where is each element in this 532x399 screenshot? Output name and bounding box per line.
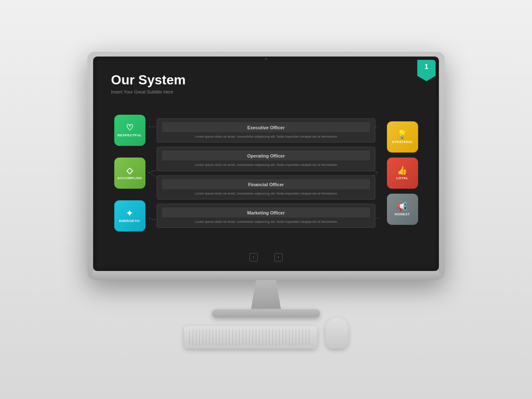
value-box-energetic: ✦ ENERGETIC — [114, 200, 145, 232]
slide: 1 Our System Insert Your Great Subtitle … — [96, 60, 436, 268]
value-box-honest: 📢 HONEST — [387, 194, 418, 225]
value-box-respectful: ♡ RESPECTFUL — [114, 115, 145, 146]
value-box-accomplish: ◇ ACCOMPLISH — [114, 158, 145, 189]
value-box-strategic: 💡 STRATEGIC — [387, 121, 418, 153]
screen: 1 Our System Insert Your Great Subtitle … — [96, 60, 436, 268]
executive-officer-card: Executive Officer Lorem ipsum dolor sit … — [157, 118, 375, 143]
right-column: 💡 STRATEGIC 👍 LOYAL 📢 HONEST — [384, 121, 421, 225]
operating-title-bar: Operating Officer — [162, 150, 370, 160]
marketing-officer-card: Marketing Officer Lorem ipsum dolor sit … — [157, 204, 375, 228]
bulb-icon: 💡 — [397, 130, 408, 138]
center-column: Executive Officer Lorem ipsum dolor sit … — [148, 118, 384, 228]
left-column: ♡ RESPECTFUL ◇ ACCOMPLISH ✦ ENERGETIC — [111, 115, 148, 232]
peripherals — [184, 318, 348, 349]
financial-officer-card: Financial Officer Lorem ipsum dolor sit … — [157, 175, 375, 200]
nav-next-button[interactable]: › — [274, 253, 283, 261]
diamond-icon: ◇ — [126, 166, 133, 175]
diagram: ♡ RESPECTFUL ◇ ACCOMPLISH ✦ ENERGETIC — [111, 103, 421, 244]
keyboard — [184, 326, 317, 349]
marketing-title-bar: Marketing Officer — [162, 207, 370, 217]
slide-title: Our System — [111, 72, 421, 88]
monitor: 1 Our System Insert Your Great Subtitle … — [87, 51, 445, 280]
bolt-icon: ✦ — [126, 209, 133, 217]
value-box-loyal: 👍 LOYAL — [387, 158, 418, 189]
monitor-chin — [93, 271, 439, 280]
executive-title-bar: Executive Officer — [162, 122, 370, 132]
megaphone-icon: 📢 — [397, 202, 408, 211]
monitor-bezel: 1 Our System Insert Your Great Subtitle … — [93, 57, 439, 271]
heart-icon: ♡ — [126, 123, 134, 132]
financial-title-bar: Financial Officer — [162, 179, 370, 189]
monitor-stand-neck — [241, 280, 291, 309]
monitor-stand-base — [212, 309, 320, 318]
nav-prev-button[interactable]: ‹ — [249, 253, 258, 261]
thumbsup-icon: 👍 — [397, 166, 408, 175]
slide-subtitle: Insert Your Great Subtitle Here — [111, 89, 421, 94]
mouse — [325, 318, 348, 349]
scene: 1 Our System Insert Your Great Subtitle … — [0, 0, 532, 399]
operating-officer-card: Operating Officer Lorem ipsum dolor sit … — [157, 147, 375, 171]
